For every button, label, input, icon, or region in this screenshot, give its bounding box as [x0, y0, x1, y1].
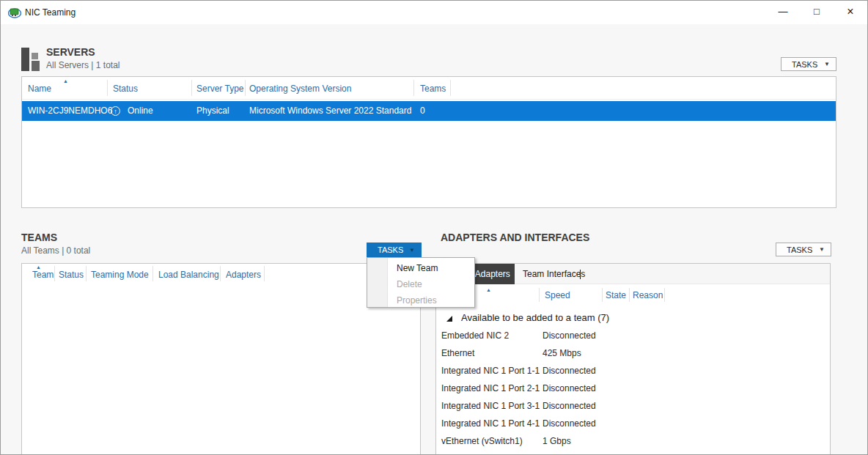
servers-col-status[interactable]: Status [113, 84, 138, 94]
adapter-name: Integrated NIC 1 Port 1-1 [441, 362, 540, 380]
adapter-speed: Disconnected [542, 380, 596, 397]
window-title: NIC Teaming [25, 1, 76, 24]
adapters-col-state[interactable]: State [606, 290, 626, 300]
teams-col-team[interactable]: Team [32, 270, 54, 280]
adapter-name: Integrated NIC 1 Port 2-1 [441, 380, 540, 397]
teams-tasks-menu: New Team Delete Properties [367, 257, 475, 308]
servers-col-os-version[interactable]: Operating System Version [249, 84, 351, 94]
teams-table: Team Status Teaming Mode Load Balancing … [21, 263, 421, 455]
servers-tasks-label: TASKS [792, 60, 817, 69]
teams-col-load-balancing[interactable]: Load Balancing [158, 270, 219, 280]
servers-section-subtitle: All Servers | 1 total [46, 60, 120, 70]
teams-tasks-button[interactable]: TASKS ▼ [367, 243, 422, 257]
server-type: Physical [196, 101, 229, 121]
nic-teaming-window: NIC Teaming — □ × SERVERS All Servers | … [0, 0, 868, 455]
group-expanded-icon[interactable] [446, 316, 452, 322]
minimize-button[interactable]: — [766, 1, 800, 24]
servers-col-server-type[interactable]: Server Type [196, 84, 243, 94]
adapter-speed: Disconnected [542, 327, 596, 344]
adapter-name: Ethernet [441, 344, 474, 362]
adapter-name: Embedded NIC 2 [441, 327, 509, 344]
teams-section-subtitle: All Teams | 0 total [21, 245, 90, 256]
adapters-tasks-label: TASKS [787, 245, 812, 254]
chevron-down-icon: ▼ [819, 246, 825, 253]
adapter-group-label[interactable]: Available to be added to a team (7) [461, 312, 609, 323]
adapter-row[interactable]: Ethernet 425 Mbps [436, 344, 830, 362]
adapter-speed: 1 Gbps [542, 432, 571, 450]
teams-col-adapters[interactable]: Adapters [226, 270, 261, 280]
servers-tasks-button[interactable]: TASKS ▼ [781, 57, 836, 71]
nic-teaming-app-icon [8, 7, 21, 18]
chevron-down-icon: ▼ [824, 61, 830, 67]
menu-item-new-team[interactable]: New Team [367, 260, 474, 276]
adapters-section-title: ADAPTERS AND INTERFACES [441, 232, 589, 243]
online-up-arrow-icon: ↑ [111, 106, 120, 116]
adapter-speed: Disconnected [542, 415, 596, 432]
server-status: Online [128, 101, 153, 121]
servers-tile-icon [21, 48, 40, 71]
adapter-name: Integrated NIC 1 Port 3-1 [441, 397, 540, 415]
maximize-button[interactable]: □ [800, 1, 834, 24]
tab-divider [580, 270, 581, 279]
adapter-row[interactable]: vEthernet (vSwitch1) 1 Gbps [436, 432, 830, 450]
server-os-version: Microsoft Windows Server 2022 Standard [249, 101, 411, 121]
adapter-row[interactable]: Embedded NIC 2 Disconnected [436, 327, 830, 344]
sort-ascending-icon: ▲ [486, 287, 491, 292]
adapter-row[interactable]: Integrated NIC 1 Port 1-1 Disconnected [436, 362, 830, 380]
adapter-row[interactable]: Integrated NIC 1 Port 4-1 Disconnected [436, 415, 830, 432]
adapter-name: Integrated NIC 1 Port 4-1 [441, 415, 540, 432]
sort-ascending-icon: ▲ [63, 78, 68, 84]
adapter-row[interactable]: Integrated NIC 1 Port 2-1 Disconnected [436, 380, 830, 397]
teams-col-status[interactable]: Status [59, 270, 84, 280]
server-name: WIN-2CJ9NEMDHO6 [28, 101, 112, 121]
servers-col-teams[interactable]: Teams [420, 84, 446, 94]
adapter-speed: 425 Mbps [542, 344, 581, 362]
adapter-row[interactable]: Integrated NIC 1 Port 3-1 Disconnected [436, 397, 830, 415]
adapter-speed: Disconnected [542, 362, 596, 380]
close-button[interactable]: × [834, 1, 867, 24]
teams-section-title: TEAMS [21, 232, 57, 243]
teams-col-teaming-mode[interactable]: Teaming Mode [91, 270, 149, 280]
menu-item-delete: Delete [367, 276, 474, 292]
adapter-name: vEthernet (vSwitch1) [441, 432, 523, 450]
adapter-speed: Disconnected [542, 397, 596, 415]
servers-section-title: SERVERS [46, 46, 95, 58]
servers-table: Name Status Server Type Operating System… [21, 76, 836, 208]
server-row-selected[interactable]: WIN-2CJ9NEMDHO6 ↑ Online Physical Micros… [22, 101, 836, 121]
server-teams-count: 0 [420, 101, 425, 121]
menu-item-properties: Properties [367, 292, 474, 308]
adapters-col-speed[interactable]: Speed [545, 290, 570, 300]
adapters-col-reason[interactable]: Reason [633, 290, 663, 300]
title-bar: NIC Teaming — □ × [1, 1, 867, 24]
sort-ascending-icon: ▲ [36, 265, 41, 270]
servers-col-name[interactable]: Name [28, 84, 51, 94]
adapters-tabstrip: Network Adapters Team Interfaces [436, 264, 830, 284]
teams-tasks-label: TASKS [378, 245, 403, 254]
adapters-tasks-button[interactable]: TASKS ▼ [776, 243, 831, 256]
adapters-panel: Network Adapters Team Interfaces ▲ Speed… [435, 263, 831, 455]
chevron-down-icon: ▼ [409, 247, 415, 254]
